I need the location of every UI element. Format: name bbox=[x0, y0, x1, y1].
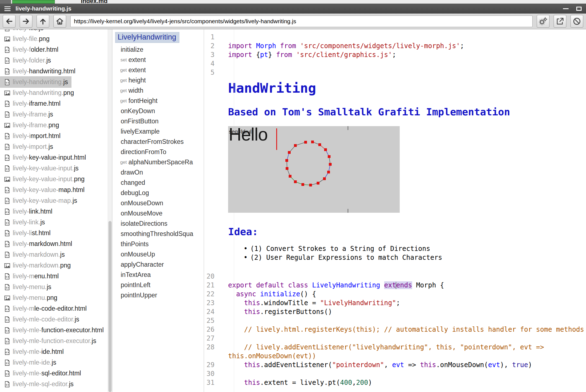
open-external-button[interactable] bbox=[554, 15, 566, 28]
outline-method-item[interactable]: onKeyDown bbox=[112, 106, 204, 116]
code-text[interactable]: import {pt} from 'src/client/graphics.js… bbox=[228, 50, 586, 59]
up-button[interactable] bbox=[37, 15, 49, 28]
file-list-item[interactable]: lively-mle-sql-editor.html bbox=[0, 368, 84, 379]
outline-method-item[interactable]: onMouseMove bbox=[112, 208, 204, 219]
file-list-item[interactable]: lively-iframe.html bbox=[0, 98, 64, 109]
outline-method-item[interactable]: getalphaNumberSpaceRa bbox=[112, 157, 204, 167]
file-list-item[interactable]: lively-link.html bbox=[0, 206, 56, 217]
code-line[interactable]: 31 this.extent = lively.pt(400,200) bbox=[204, 378, 586, 387]
code-line[interactable]: 28 // lively.addEventListener("livelyhan… bbox=[204, 343, 586, 360]
code-line[interactable]: 22 async initialize() { bbox=[204, 290, 586, 298]
outline-method-item[interactable]: onMouseUp bbox=[112, 249, 204, 259]
outline-method-item[interactable]: thinPoints bbox=[112, 239, 204, 249]
code-text[interactable] bbox=[228, 68, 586, 77]
code-line[interactable]: 27 bbox=[204, 334, 586, 343]
sidebar-scrollbar[interactable] bbox=[108, 29, 112, 392]
file-list-item[interactable]: lively-import.js bbox=[0, 141, 56, 152]
code-text[interactable]: // lively.html.registerKeys(this); // au… bbox=[228, 325, 586, 334]
outline-method-item[interactable]: pointInUpper bbox=[112, 290, 204, 300]
file-list-item[interactable]: lively-mle-code-editor.html bbox=[0, 303, 90, 314]
outline-method-item[interactable]: applyCharacter bbox=[112, 259, 204, 270]
file-list-item[interactable]: lively-mle-sql-editor.js bbox=[0, 379, 77, 390]
code-text[interactable] bbox=[228, 369, 586, 378]
file-list-item[interactable]: lively-key-value-map.html bbox=[0, 185, 88, 195]
file-list-item[interactable]: lively-key-value-input.png bbox=[0, 174, 88, 185]
background-tab-index-md[interactable]: index.md bbox=[81, 0, 108, 4]
code-text[interactable] bbox=[228, 316, 586, 325]
file-list-item[interactable]: lively-markdown.html bbox=[0, 238, 76, 249]
code-text[interactable]: // lively.addEventListener("livelyhandwr… bbox=[228, 343, 586, 360]
file-list-item[interactable]: lively-handwriting.js bbox=[0, 77, 71, 87]
window-maximize-button[interactable] bbox=[576, 7, 582, 11]
code-line[interactable]: 20 bbox=[204, 272, 586, 281]
code-line[interactable]: 1 bbox=[204, 33, 586, 41]
code-text[interactable] bbox=[228, 33, 586, 41]
code-text[interactable]: async initialize() { bbox=[228, 290, 586, 298]
outline-method-item[interactable]: smoothingThresholdSqua bbox=[112, 229, 204, 239]
code-text[interactable]: this.addEventListener("pointerdown", evt… bbox=[228, 360, 586, 369]
code-text[interactable]: this.registerButtons() bbox=[228, 307, 586, 316]
file-list-item[interactable]: lively-mle-ide.js bbox=[0, 357, 60, 368]
outline-method-item[interactable]: getwidth bbox=[112, 85, 204, 96]
file-list-item[interactable]: lively-key-value-input.js bbox=[0, 163, 82, 174]
handwriting-canvas[interactable]: seq=ldrul Hello bbox=[228, 126, 400, 213]
code-text[interactable] bbox=[228, 272, 586, 281]
outline-method-item[interactable]: inTextArea bbox=[112, 270, 204, 280]
settings-button[interactable] bbox=[537, 15, 549, 28]
file-list-item[interactable]: lively-iframe.png bbox=[0, 120, 62, 131]
file-list-item[interactable]: lively-handwriting.png bbox=[0, 87, 77, 98]
outline-method-item[interactable]: getfontHeight bbox=[112, 96, 204, 106]
code-line[interactable]: 21export default class LivelyHandwriting… bbox=[204, 281, 586, 290]
home-button[interactable] bbox=[53, 15, 66, 28]
code-line[interactable]: 3import {pt} from 'src/client/graphics.j… bbox=[204, 50, 586, 59]
file-list-item[interactable]: lively-file.js bbox=[0, 29, 47, 33]
file-list-item[interactable]: lively-handwriting.html bbox=[0, 66, 79, 77]
file-list-item[interactable]: lively-folder.js bbox=[0, 55, 54, 66]
window-minimize-button[interactable] bbox=[563, 8, 569, 9]
code-line[interactable]: 29 this.addEventListener("pointerdown", … bbox=[204, 360, 586, 369]
outline-method-item[interactable]: pointInLeft bbox=[112, 280, 204, 290]
outline-method-item[interactable]: drawOn bbox=[112, 167, 204, 178]
outline-method-item[interactable]: getextent bbox=[112, 65, 204, 75]
outline-method-item[interactable]: onFirstButton bbox=[112, 116, 204, 126]
file-list-item[interactable]: lively-list.html bbox=[0, 228, 54, 238]
block-button[interactable] bbox=[570, 15, 583, 28]
file-list-item[interactable]: lively-folder.html bbox=[0, 44, 62, 55]
code-text[interactable] bbox=[228, 334, 586, 343]
outline-method-item[interactable]: debugLog bbox=[112, 188, 204, 198]
file-list-item[interactable]: lively-key-value-map.js bbox=[0, 195, 81, 206]
outline-method-item[interactable]: getheight bbox=[112, 75, 204, 85]
outline-method-item[interactable]: onMouseDown bbox=[112, 198, 204, 208]
code-text[interactable] bbox=[228, 59, 586, 68]
file-list-item[interactable]: lively-mle-function-executor.js bbox=[0, 336, 100, 346]
file-list-item[interactable]: lively-file.png bbox=[0, 33, 53, 44]
file-list-item[interactable]: lively-markdown.png bbox=[0, 260, 74, 271]
file-list-item[interactable]: lively-import.html bbox=[0, 131, 64, 141]
code-line[interactable]: 5 bbox=[204, 68, 586, 77]
file-list-item[interactable]: lively-menu.png bbox=[0, 292, 61, 303]
file-list-item[interactable]: lively-mle-function-executor.html bbox=[0, 325, 107, 336]
file-list-item[interactable]: lively-menu.js bbox=[0, 282, 55, 292]
outline-method-item[interactable]: isolateDirections bbox=[112, 219, 204, 229]
outline-method-item[interactable]: setextent bbox=[112, 55, 204, 65]
file-list-item[interactable]: lively-markdown.js bbox=[0, 249, 68, 260]
file-list-item[interactable]: lively-menu.html bbox=[0, 271, 62, 282]
code-line[interactable]: 23 this.windowTitle = "LivelyHandwriting… bbox=[204, 298, 586, 307]
code-text[interactable]: this.extent = lively.pt(400,200) bbox=[228, 378, 586, 387]
outline-method-item[interactable]: characterFromStrokes bbox=[112, 137, 204, 147]
code-line[interactable]: 25 bbox=[204, 316, 586, 325]
outline-class-name[interactable]: LivelyHandwriting bbox=[115, 32, 179, 43]
outline-method-item[interactable]: changed bbox=[112, 178, 204, 188]
outline-method-item[interactable]: livelyExample bbox=[112, 126, 204, 137]
file-list-item[interactable]: lively-iframe.js bbox=[0, 109, 56, 120]
outline-method-item[interactable]: initialize bbox=[112, 45, 204, 55]
code-text[interactable]: export default class LivelyHandwriting e… bbox=[228, 281, 586, 290]
code-line[interactable]: 2import Morph from 'src/components/widge… bbox=[204, 41, 586, 50]
outline-method-item[interactable]: directionFromTo bbox=[112, 147, 204, 157]
code-line[interactable]: 4 bbox=[204, 59, 586, 68]
hamburger-menu-icon[interactable] bbox=[4, 6, 11, 11]
code-text[interactable]: this.windowTitle = "LivelyHandwriting"; bbox=[228, 298, 586, 307]
sidebar-scrollbar-thumb[interactable] bbox=[109, 221, 112, 392]
code-text[interactable]: import Morph from 'src/components/widget… bbox=[228, 41, 586, 50]
url-input[interactable] bbox=[70, 15, 533, 27]
